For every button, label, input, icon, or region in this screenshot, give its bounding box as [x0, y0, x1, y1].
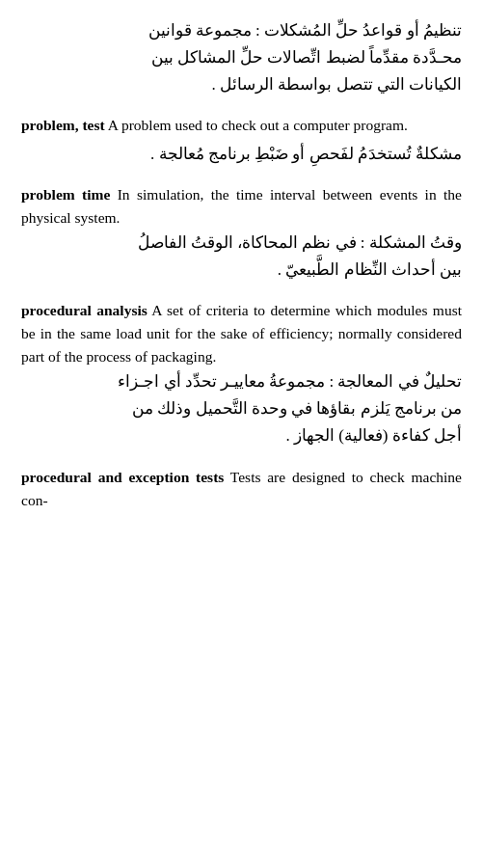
- procedural-analysis-arabic-line-1: تحليلٌ في المعالجة : مجموعةُ معاييـر تحد…: [21, 368, 462, 395]
- entry-problem-time: problem time In simulation, the time int…: [21, 183, 462, 284]
- procedural-analysis-arabic-line-3: أجل كفاءة (فعالية) الجهاز .: [21, 422, 462, 449]
- problem-time-arabic: وقتُ المشكلة : في نظم المحاكاة، الوقتُ ا…: [21, 230, 462, 284]
- problem-test-definition: A problem used to check out a computer p…: [108, 117, 408, 133]
- problem-test-term-def: problem, test A problem used to check ou…: [21, 114, 462, 137]
- procedural-exception-term-exception: exception: [128, 469, 189, 485]
- problem-test-arabic: مشكلةٌ تُستخدَمُ لفَحصِ أو ضَبْطِ برنامج…: [21, 141, 462, 168]
- procedural-analysis-term: procedural analysis: [21, 302, 148, 318]
- procedural-exception-term-tests: tests: [196, 469, 224, 485]
- problem-time-term-def: problem time In simulation, the time int…: [21, 183, 462, 230]
- procedural-exception-term-def: procedural and exception tests Tests are…: [21, 466, 462, 512]
- procedural-analysis-arabic-line-2: من برنامج يَلزم بقاؤها في وحدة التَّحميل…: [21, 395, 462, 422]
- procedural-analysis-arabic: تحليلٌ في المعالجة : مجموعةُ معاييـر تحد…: [21, 368, 462, 449]
- entry-procedural-exception: procedural and exception tests Tests are…: [21, 466, 462, 512]
- top-arabic-line-1: تنظيمُ أو قواعدُ حلِّ المُشكلات : مجموعة…: [21, 17, 462, 44]
- problem-time-term: problem time: [21, 186, 110, 203]
- problem-time-arabic-line-2: بين أحداث النِّظام الطَّبيعيّ .: [21, 257, 462, 284]
- top-arabic-line-2: محـدَّدة مقدِّماً لضبط اتِّصالات حلِّ ال…: [21, 44, 462, 71]
- top-arabic-line-3: الكيانات التي تتصل بواسطة الرسائل .: [21, 71, 462, 98]
- procedural-analysis-term-def: procedural analysis A set of criteria to…: [21, 299, 462, 368]
- problem-time-arabic-line-1: وقتُ المشكلة : في نظم المحاكاة، الوقتُ ا…: [21, 230, 462, 257]
- procedural-exception-and: and: [98, 469, 129, 485]
- entry-procedural-analysis: procedural analysis A set of criteria to…: [21, 299, 462, 449]
- problem-test-term: problem, test: [21, 117, 105, 133]
- top-arabic-block: تنظيمُ أو قواعدُ حلِّ المُشكلات : مجموعة…: [21, 17, 462, 98]
- entry-problem-test: problem, test A problem used to check ou…: [21, 114, 462, 168]
- procedural-exception-and-bold: and: [98, 469, 122, 485]
- problem-test-arabic-line-1: مشكلةٌ تُستخدَمُ لفَحصِ أو ضَبْطِ برنامج…: [21, 141, 462, 168]
- procedural-exception-term-procedural: procedural: [21, 469, 92, 485]
